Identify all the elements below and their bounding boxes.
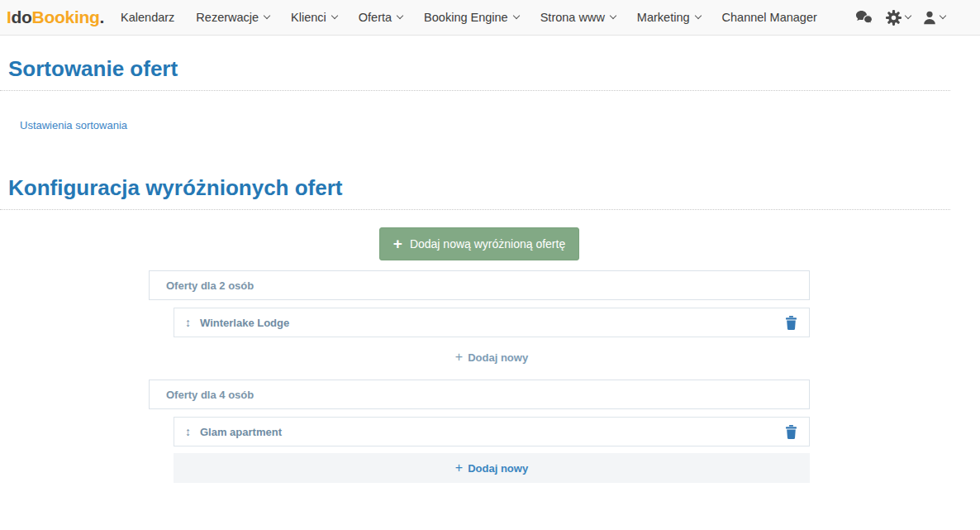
offer-group-2-osoby: Oferty dla 2 osób ↕ Winterlake Lodge + D… (149, 270, 810, 372)
group-header: Oferty dla 2 osób (149, 270, 810, 300)
main-menu: Kalendarz Rezerwacje Klienci Oferta Book… (121, 11, 817, 24)
logo-part: . (100, 7, 105, 26)
group-header-label: Oferty dla 4 osób (166, 389, 254, 401)
group-header: Oferty dla 4 osób (149, 380, 810, 409)
featured-offers-panel: + Dodaj nową wyróżnioną ofertę Oferty dl… (149, 227, 810, 483)
nav-item-label: Marketing (637, 11, 690, 24)
delete-offer-icon[interactable] (785, 316, 797, 330)
nav-item-marketing[interactable]: Marketing (637, 11, 701, 24)
chevron-down-icon (610, 12, 616, 19)
nav-item-booking-engine[interactable]: Booking Engine (424, 11, 519, 24)
chevron-down-icon (940, 12, 946, 19)
sorting-settings-link[interactable]: Ustawienia sortowania (20, 119, 127, 131)
add-featured-offer-button[interactable]: + Dodaj nową wyróżnioną ofertę (379, 227, 579, 260)
chevron-down-icon (905, 12, 911, 19)
chevron-down-icon (331, 12, 338, 19)
delete-offer-icon[interactable] (785, 425, 797, 439)
nav-item-klienci[interactable]: Klienci (291, 11, 337, 24)
plus-icon: + (455, 461, 463, 475)
logo-part: do (12, 7, 32, 26)
chevron-down-icon (694, 12, 701, 19)
add-new-label: Dodaj nowy (468, 351, 528, 364)
plus-icon: + (393, 236, 402, 251)
drag-handle-icon[interactable]: ↕ (185, 425, 191, 438)
gear-icon[interactable] (886, 10, 911, 26)
drag-handle-icon[interactable]: ↕ (185, 316, 191, 329)
nav-item-label: Klienci (291, 11, 326, 24)
offer-name: Winterlake Lodge (200, 317, 289, 329)
top-navbar: IdoBooking. Kalendarz Rezerwacje Klienci… (0, 0, 980, 36)
offer-name: Glam apartment (200, 426, 282, 438)
nav-item-label: Oferta (359, 11, 392, 24)
logo-part: Booking (32, 7, 100, 26)
page-title-featured-config: Konfiguracja wyróżnionych ofert (8, 175, 950, 200)
nav-item-oferta[interactable]: Oferta (359, 11, 402, 24)
page-title-sorting: Sortowanie ofert (8, 56, 950, 81)
nav-item-kalendarz[interactable]: Kalendarz (121, 11, 174, 24)
nav-item-channel-manager[interactable]: Channel Manager (722, 11, 817, 24)
add-featured-offer-label: Dodaj nową wyróżnioną ofertę (410, 237, 565, 251)
navbar-actions (855, 10, 945, 26)
chevron-down-icon (264, 12, 270, 19)
offer-group-4-osoby: Oferty dla 4 osób ↕ Glam apartment + Dod… (149, 380, 810, 483)
offer-row[interactable]: ↕ Winterlake Lodge (174, 308, 810, 337)
divider (0, 90, 950, 91)
idobooking-logo[interactable]: IdoBooking. (7, 7, 104, 27)
nav-item-label: Strona www (540, 11, 605, 24)
nav-item-label: Rezerwacje (196, 11, 259, 24)
add-new-offer-link[interactable]: + Dodaj nowy (174, 453, 810, 483)
plus-icon: + (455, 350, 463, 365)
offer-row[interactable]: ↕ Glam apartment (174, 417, 810, 446)
nav-item-label: Kalendarz (121, 11, 174, 24)
chevron-down-icon (512, 12, 519, 19)
nav-item-strona-www[interactable]: Strona www (540, 11, 616, 24)
nav-item-label: Channel Manager (722, 11, 817, 24)
nav-item-rezerwacje[interactable]: Rezerwacje (196, 11, 269, 24)
divider (0, 209, 950, 210)
nav-item-label: Booking Engine (424, 11, 508, 24)
user-icon[interactable] (923, 11, 945, 25)
chat-icon[interactable] (855, 10, 873, 25)
add-new-offer-link[interactable]: + Dodaj nowy (174, 342, 810, 372)
chevron-down-icon (397, 12, 403, 19)
group-header-label: Oferty dla 2 osób (166, 279, 254, 292)
add-new-label: Dodaj nowy (468, 462, 528, 475)
